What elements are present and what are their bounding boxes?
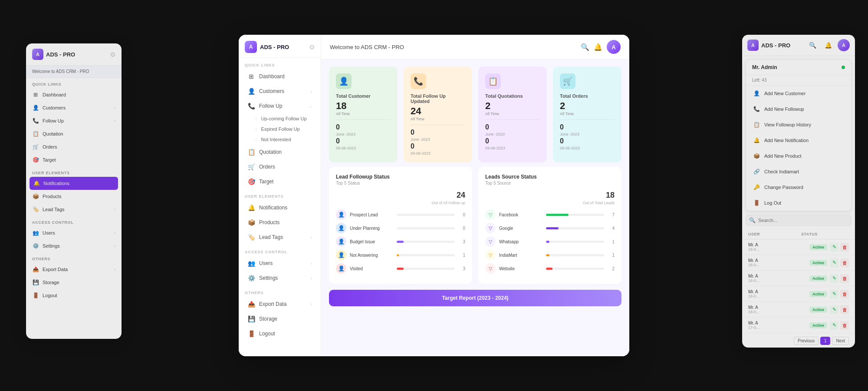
status-badge: Active — [809, 322, 827, 328]
password-icon: 🔑 — [752, 183, 761, 192]
add-new-product-btn[interactable]: 📦 Add New Product — [746, 148, 851, 164]
sidebar-item-target[interactable]: 🎯 Target — [241, 175, 318, 189]
sidebar-item-storage[interactable]: 💾 Storage — [241, 312, 318, 326]
sidebar-item-quotation[interactable]: 📋 Quotation — [241, 145, 318, 159]
logout-btn[interactable]: 🚪 Log Out — [746, 195, 851, 211]
delete-icon[interactable]: 🗑 — [840, 274, 849, 283]
settings-icon[interactable]: ⊙ — [110, 51, 115, 58]
sidebar-item-followup[interactable]: 📞 Follow Up ⌄ — [241, 99, 318, 113]
edit-icon[interactable]: ✎ — [830, 258, 838, 267]
stat-title-orders: Total Orders — [560, 93, 615, 99]
sidebar-item-settings[interactable]: ⚙️ Settings › — [241, 271, 318, 285]
sidebar-subitem-notinterested[interactable]: Not Interested — [239, 134, 321, 145]
view-followup-history-btn[interactable]: 📋 View Followup History — [746, 117, 851, 133]
back-left-nav-products[interactable]: 📦 Products — [26, 190, 122, 203]
change-password-btn[interactable]: 🔑 Change Password — [746, 179, 851, 195]
planning-bar — [397, 227, 455, 229]
table-row: Mr. A18-0... Active ✎ 🗑 — [742, 239, 855, 255]
search-icon[interactable]: 🔍 — [806, 39, 819, 51]
search-input-right[interactable] — [746, 215, 852, 226]
sidebar-item-leadtags[interactable]: 🏷️ Lead Tags › — [241, 230, 318, 244]
stat-num-orders: 2 — [560, 100, 615, 112]
back-left-nav-storage[interactable]: 💾 Storage — [26, 276, 122, 289]
back-left-nav-quotation[interactable]: 📋 Quotation — [26, 127, 122, 140]
back-left-logo: A ADS - PRO — [32, 49, 75, 60]
followup-icon: 📞 — [247, 103, 255, 109]
sidebar-item-logout[interactable]: 🚪 Logout — [241, 327, 318, 341]
add-new-notification-btn[interactable]: 🔔 Add New Notification — [746, 133, 851, 148]
indiamart-icon: ▽ — [485, 250, 496, 260]
edit-icon[interactable]: ✎ — [830, 290, 838, 298]
back-left-nav-logout[interactable]: 🚪 Logout — [26, 289, 122, 302]
notanswering-icon: 👤 — [336, 250, 346, 260]
notification-top-icon[interactable]: 🔔 — [594, 43, 602, 51]
search-top-icon[interactable]: 🔍 — [581, 43, 589, 51]
add-new-customer-btn[interactable]: 👤 Add New Customer — [746, 86, 851, 101]
back-left-nav-leadtags[interactable]: 🏷️ Lead Tags › — [26, 203, 122, 216]
edit-icon[interactable]: ✎ — [830, 274, 838, 283]
notanswering-bar — [397, 254, 455, 256]
sidebar-item-customers[interactable]: 👤 Customers › — [241, 84, 318, 98]
page-1-btn[interactable]: 1 — [820, 337, 831, 345]
customers-icon: 👤 — [247, 88, 255, 95]
delete-icon[interactable]: 🗑 — [840, 305, 849, 314]
leads-source-subtitle: Top 5 Source — [485, 181, 615, 186]
delete-icon[interactable]: 🗑 — [840, 290, 849, 298]
back-left-nav-export[interactable]: 📤 Export Data › — [26, 263, 122, 276]
indiamart-bar — [546, 254, 604, 256]
lead-followup-subtitle: Top 5 Status — [336, 181, 465, 186]
planning-icon: 👤 — [336, 223, 346, 233]
stat-title-quotations: Total Quotations — [485, 93, 540, 99]
table-row: Mr. A17-0... Active ✎ 🗑 — [742, 318, 855, 333]
back-left-nav-users[interactable]: 👥 Users › — [26, 226, 122, 239]
logout-icon: 🚪 — [752, 199, 761, 207]
add-new-followup-btn[interactable]: 📞 Add New Followup — [746, 101, 851, 117]
back-right-panel: A ADS - PRO 🔍 🔔 A Mr. Admin Left: 43 👤 A… — [742, 35, 855, 348]
user-avatar[interactable]: A — [607, 40, 621, 54]
notification-icon[interactable]: 🔔 — [822, 39, 834, 51]
sidebar-settings-icon[interactable]: ⊙ — [309, 43, 315, 50]
stat-icon-followup: 📞 — [411, 73, 426, 89]
sidebar-subitem-upcoming[interactable]: Up-coming Follow Up — [239, 113, 321, 124]
visited-bar — [397, 268, 455, 270]
back-left-nav-settings[interactable]: ⚙️ Settings › — [26, 239, 122, 252]
export-arrow: › — [311, 302, 312, 307]
back-left-nav-customers[interactable]: 👤 Customers › — [26, 101, 122, 114]
avatar[interactable]: A — [838, 39, 850, 51]
back-left-nav-followup[interactable]: 📞 Follow Up › — [26, 114, 122, 127]
budget-icon: 👤 — [336, 236, 346, 247]
edit-icon[interactable]: ✎ — [830, 305, 838, 314]
edit-icon[interactable]: ✎ — [830, 321, 838, 330]
back-left-panel: A ADS - PRO ⊙ Welcome to ADS CRM - PRO Q… — [26, 43, 122, 339]
back-left-nav-target[interactable]: 🎯 Target — [26, 153, 122, 166]
sidebar-item-export[interactable]: 📤 Export Data › — [241, 297, 318, 311]
edit-icon[interactable]: ✎ — [830, 243, 838, 252]
delete-icon[interactable]: 🗑 — [840, 243, 849, 252]
sidebar-item-products[interactable]: 📦 Products — [241, 215, 318, 229]
table-row: Mr. A18-0... Active ✎ 🗑 — [742, 286, 855, 302]
prospect-icon: 👤 — [336, 209, 346, 220]
chart-row-planning: 👤 Under Planning 0 — [336, 223, 465, 233]
sidebar-item-orders[interactable]: 🛒 Orders — [241, 160, 318, 174]
target-banner: Target Report (2023 - 2024) — [329, 290, 621, 306]
sidebar-subitem-expired[interactable]: Expired Follow Up — [239, 124, 321, 134]
stat-num-followup: 24 — [411, 106, 465, 117]
sidebar-item-users[interactable]: 👥 Users › — [241, 256, 318, 270]
delete-icon[interactable]: 🗑 — [840, 258, 849, 267]
export-icon: 📤 — [247, 301, 255, 308]
delete-icon[interactable]: 🗑 — [840, 321, 849, 330]
check-indiamart-btn[interactable]: 🔗 Check Indiamart — [746, 164, 851, 179]
back-left-nav-orders[interactable]: 🛒 Orders — [26, 140, 122, 153]
sidebar-logo-icon: A — [245, 41, 257, 53]
main-content: Welcome to ADS CRM - PRO 🔍 🔔 A 👤 Total C… — [321, 35, 629, 356]
back-left-nav-notifications[interactable]: 🔔 Notifications — [30, 177, 118, 190]
chart-row-google: ▽ Google 4 — [485, 223, 615, 233]
stat-card-followup: 📞 Total Follow Up Updated 24 All Time 0 … — [404, 66, 472, 162]
back-left-nav-dashboard[interactable]: ⊞ Dashboard — [26, 88, 122, 101]
sidebar-item-notifications[interactable]: 🔔 Notifications — [241, 201, 318, 215]
next-page-btn[interactable]: Next — [832, 337, 849, 345]
add-followup-icon: 📞 — [752, 105, 761, 113]
prev-page-btn[interactable]: Previous — [794, 337, 819, 345]
sidebar-item-dashboard[interactable]: ⊞ Dashboard — [241, 70, 318, 83]
back-right-icons: 🔍 🔔 A — [806, 39, 850, 51]
